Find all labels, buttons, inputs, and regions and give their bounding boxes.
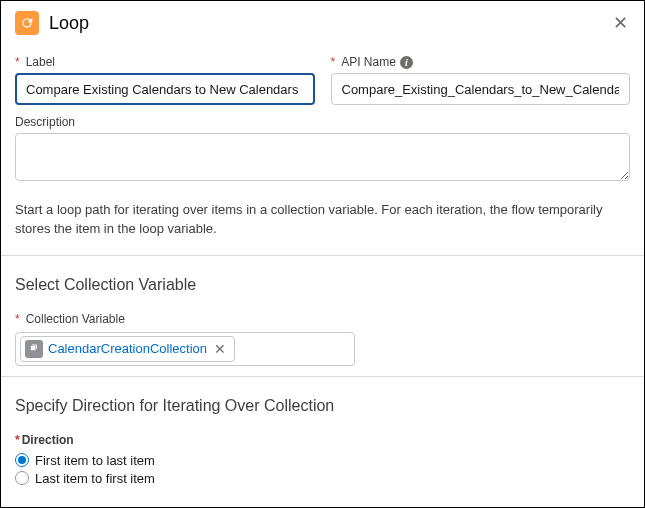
close-button[interactable]: ✕ [610, 13, 630, 33]
loop-config-modal: Loop ✕ Label API Name i Description Star… [1, 1, 644, 507]
description-field-label: Description [15, 115, 630, 129]
radio-icon [15, 471, 29, 485]
api-name-input[interactable] [331, 73, 631, 105]
divider [1, 255, 644, 256]
radio-label: Last item to first item [35, 471, 155, 486]
modal-title: Loop [49, 13, 610, 34]
loop-icon [15, 11, 39, 35]
collection-pill: CalendarCreationCollection ✕ [20, 336, 235, 362]
direction-field: Direction First item to last item Last i… [15, 433, 630, 489]
info-icon[interactable]: i [400, 56, 413, 69]
direction-option-first-to-last[interactable]: First item to last item [15, 453, 630, 468]
collection-variable-label: Collection Variable [15, 312, 630, 326]
description-input[interactable] [15, 133, 630, 181]
divider [1, 376, 644, 377]
radio-icon [15, 453, 29, 467]
direction-field-label: Direction [15, 433, 630, 447]
api-name-field-label: API Name i [331, 55, 631, 69]
collection-pill-label: CalendarCreationCollection [48, 341, 207, 356]
label-input[interactable] [15, 73, 315, 105]
label-field-label: Label [15, 55, 315, 69]
direction-section-title: Specify Direction for Iterating Over Col… [15, 387, 630, 423]
description-field: Description [15, 115, 630, 181]
pill-remove-button[interactable]: ✕ [212, 341, 228, 357]
collection-variable-field: Collection Variable CalendarCreationColl… [15, 312, 630, 366]
api-name-field: API Name i [331, 55, 631, 105]
radio-label: First item to last item [35, 453, 155, 468]
collection-variable-input[interactable]: CalendarCreationCollection ✕ [15, 332, 355, 366]
collection-icon [25, 340, 43, 358]
help-text: Start a loop path for iterating over ite… [15, 191, 630, 245]
label-field: Label [15, 55, 315, 105]
collection-section-title: Select Collection Variable [15, 266, 630, 302]
direction-option-last-to-first[interactable]: Last item to first item [15, 471, 630, 486]
modal-header: Loop ✕ [1, 1, 644, 45]
